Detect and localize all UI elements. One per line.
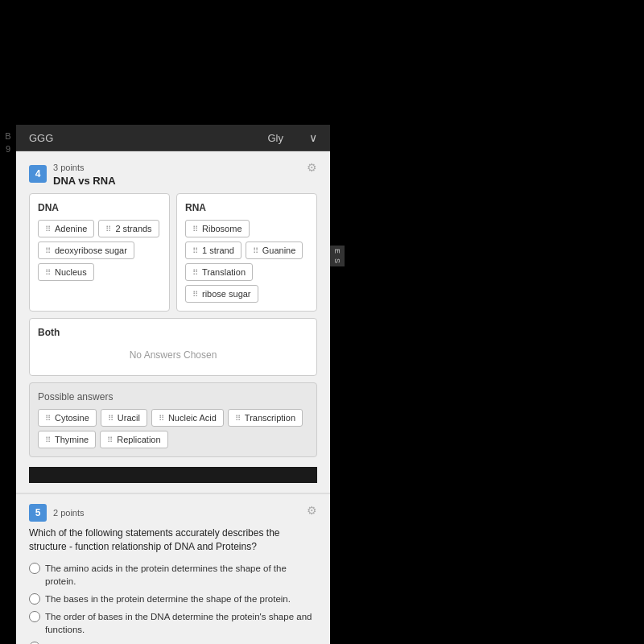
radio-option-1[interactable]: The amino acids in the protein determine… <box>29 562 317 588</box>
chip-dots: ⠿ <box>105 225 112 233</box>
chip-dots: ⠿ <box>107 436 114 444</box>
question5-text: Which of the following statements accura… <box>29 526 317 554</box>
chip-label-cytosine: Cytosine <box>55 413 89 423</box>
radio-label-2: The bases in the protein determine the s… <box>45 592 291 605</box>
question4-points: 3 points <box>53 163 85 172</box>
ggg-label: GGG <box>29 132 53 144</box>
top-black-area <box>0 0 644 125</box>
chip-dots: ⠿ <box>253 246 259 255</box>
question5-points: 2 points <box>53 508 85 518</box>
side-letter-e: E <box>333 249 341 254</box>
middle-content: GGG Gly ∨ 4 3 points DNA vs RNA <box>16 125 330 644</box>
chip-ribosome[interactable]: ⠿ Ribosome <box>185 220 250 237</box>
chip-guanine[interactable]: ⠿ Guanine <box>246 242 303 259</box>
chip-dots: ⠿ <box>45 225 52 233</box>
chip-label-adenine: Adenine <box>55 224 87 233</box>
radio-circle-2[interactable] <box>29 593 40 605</box>
question4-section: 4 3 points DNA vs RNA ⚙ DNA <box>16 151 330 493</box>
rna-chips: ⠿ Ribosome ⠿ 1 strand ⠿ Guanine <box>185 220 308 303</box>
question4-title: DNA vs RNA <box>53 175 116 187</box>
chip-label-guanine: Guanine <box>262 246 296 255</box>
chip-label-2strands: 2 strands <box>115 224 151 233</box>
chip-label-translation: Translation <box>202 267 246 277</box>
chip-label-ribosome: Ribosome <box>202 224 242 233</box>
both-label: Both <box>38 327 308 338</box>
chip-dots: ⠿ <box>235 414 242 423</box>
chip-dots: ⠿ <box>45 246 52 255</box>
radio-option-2[interactable]: The bases in the protein determine the s… <box>29 592 317 605</box>
chip-label-deoxyribose: deoxyribose sugar <box>55 246 127 255</box>
rna-label: RNA <box>185 202 308 213</box>
possible-chips: ⠿ Cytosine ⠿ Uracil ⠿ Nucleic Acid ⠿ <box>38 409 308 448</box>
radio-option-4[interactable]: The amino acids in the DNA get passed fr… <box>29 641 317 644</box>
screen: B 9 GGG Gly ∨ 4 3 points <box>0 0 644 644</box>
chip-uracil[interactable]: ⠿ Uracil <box>101 409 147 427</box>
pin-icon-q5[interactable]: ⚙ <box>307 504 317 517</box>
chip-adenine[interactable]: ⠿ Adenine <box>38 220 94 237</box>
right-col: E S <box>330 125 644 644</box>
chip-dots: ⠿ <box>192 290 199 299</box>
spacer <box>29 467 317 483</box>
chip-replication[interactable]: ⠿ Replication <box>100 431 167 448</box>
chip-label-thymine: Thymine <box>55 435 89 444</box>
chip-label-nucleus: Nucleus <box>55 267 87 277</box>
chip-1strand[interactable]: ⠿ 1 strand <box>185 242 242 259</box>
ggg-row: GGG Gly ∨ <box>16 125 330 151</box>
both-section: Both No Answers Chosen <box>29 318 317 376</box>
radio-circle-3[interactable] <box>29 611 40 622</box>
radio-label-1: The amino acids in the protein determine… <box>45 562 317 588</box>
question5-section: 5 2 points ⚙ Which of the following stat… <box>16 493 330 644</box>
possible-label: Possible answers <box>38 391 308 402</box>
chip-2strands[interactable]: ⠿ 2 strands <box>98 220 159 237</box>
no-answers-text: No Answers Chosen <box>38 343 308 367</box>
chip-dots: ⠿ <box>45 436 52 444</box>
radio-label-4: The amino acids in the DNA get passed fr… <box>45 641 308 644</box>
possible-answers-section: Possible answers ⠿ Cytosine ⠿ Uracil ⠿ N <box>29 382 317 457</box>
chip-label-uracil: Uracil <box>118 413 140 423</box>
chip-dots: ⠿ <box>192 225 199 233</box>
chevron-down-icon[interactable]: ∨ <box>309 131 317 144</box>
chip-label-1strand: 1 strand <box>202 246 234 255</box>
question5-badge: 5 <box>29 504 47 522</box>
dna-chips: ⠿ Adenine ⠿ 2 strands ⠿ deoxyribose suga… <box>38 220 161 281</box>
radio-option-3[interactable]: The order of bases in the DNA determine … <box>29 610 317 636</box>
chip-label-ribose: ribose sugar <box>202 289 251 299</box>
chip-label-transcription: Transcription <box>245 413 295 423</box>
chip-label-replication: Replication <box>117 435 160 444</box>
dna-box: DNA ⠿ Adenine ⠿ 2 strands ⠿ <box>29 193 170 312</box>
gly-label: Gly <box>268 132 284 144</box>
chip-label-nucleic-acid: Nucleic Acid <box>168 413 217 423</box>
chip-dots: ⠿ <box>108 414 114 423</box>
chip-thymine[interactable]: ⠿ Thymine <box>38 431 96 448</box>
question4-badge: 4 <box>29 165 47 183</box>
chip-dots: ⠿ <box>45 414 52 423</box>
chip-cytosine[interactable]: ⠿ Cytosine <box>38 409 97 427</box>
chip-dots: ⠿ <box>45 268 52 277</box>
question5-header: 5 2 points ⚙ <box>29 504 317 522</box>
radio-label-3: The order of bases in the DNA determine … <box>45 610 317 636</box>
chip-transcription[interactable]: ⠿ Transcription <box>228 409 303 427</box>
dna-rna-grid: DNA ⠿ Adenine ⠿ 2 strands ⠿ <box>29 193 317 312</box>
radio-circle-1[interactable] <box>29 563 40 574</box>
pin-icon[interactable]: ⚙ <box>307 161 317 174</box>
chip-dots: ⠿ <box>192 268 199 277</box>
chip-nucleus[interactable]: ⠿ Nucleus <box>38 263 94 281</box>
main-wrapper: B 9 GGG Gly ∨ 4 3 points <box>0 125 644 644</box>
chip-ribose[interactable]: ⠿ ribose sugar <box>185 285 258 303</box>
left-num-9: 9 <box>6 144 10 154</box>
question4-header: 4 3 points DNA vs RNA ⚙ <box>29 161 317 187</box>
left-sidebar: B 9 <box>0 125 16 644</box>
left-num-b: B <box>5 131 10 141</box>
dna-label: DNA <box>38 202 161 213</box>
chip-dots: ⠿ <box>192 246 199 255</box>
chip-translation[interactable]: ⠿ Translation <box>185 263 253 281</box>
rna-box: RNA ⠿ Ribosome ⠿ 1 strand ⠿ <box>176 193 317 312</box>
chip-dots: ⠿ <box>159 414 165 423</box>
side-letter-s: S <box>333 258 341 263</box>
chip-nucleic-acid[interactable]: ⠿ Nucleic Acid <box>151 409 224 427</box>
chip-deoxyribose[interactable]: ⠿ deoxyribose sugar <box>38 242 134 259</box>
